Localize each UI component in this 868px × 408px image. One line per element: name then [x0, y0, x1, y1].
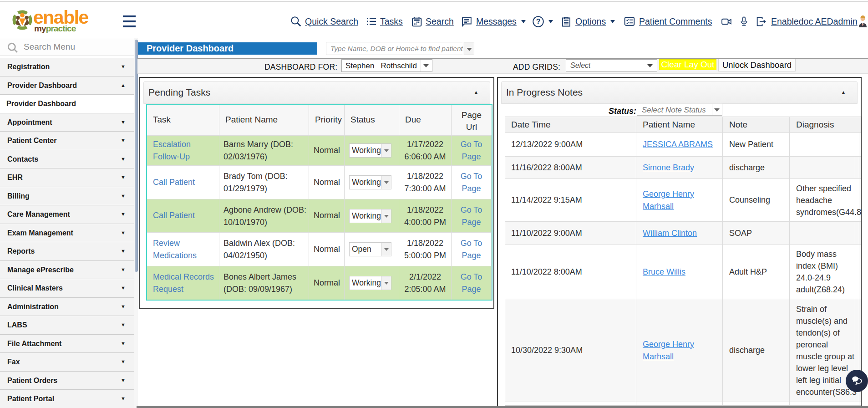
- svg-text:?: ?: [536, 18, 541, 26]
- svg-text:mypractice: mypractice: [34, 24, 76, 33]
